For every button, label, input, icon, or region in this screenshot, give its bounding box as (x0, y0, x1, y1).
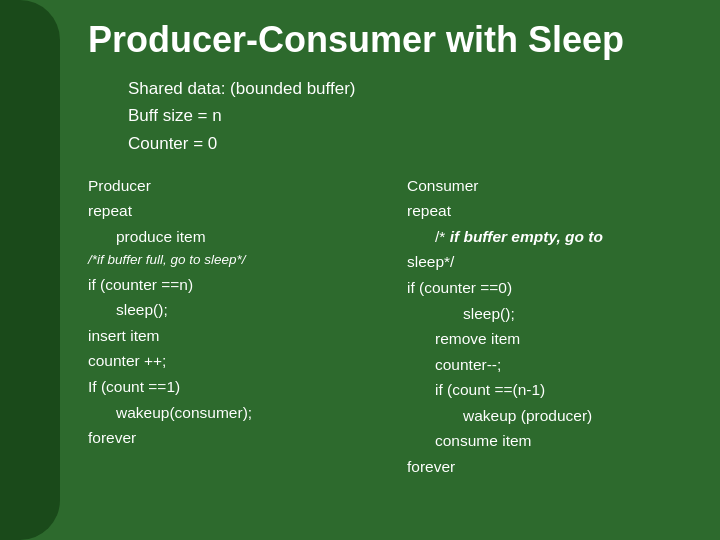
producer-insert: insert item (88, 323, 377, 349)
consumer-if1: if (counter ==0) (407, 275, 696, 301)
consumer-if2: if (count ==(n-1) (435, 377, 696, 403)
consumer-repeat: repeat (407, 198, 696, 224)
left-decoration (0, 0, 60, 540)
shared-line2: Buff size = n (128, 102, 696, 129)
consumer-wakeup: wakeup (producer) (463, 403, 696, 429)
slide-title: Producer-Consumer with Sleep (88, 18, 696, 61)
producer-comment: /*if buffer full, go to sleep*/ (88, 249, 377, 271)
producer-header: Producer (88, 173, 377, 199)
consumer-remove: remove item (435, 326, 696, 352)
shared-line3: Counter = 0 (128, 130, 696, 157)
producer-sleep1: sleep(); (116, 297, 377, 323)
consumer-counter-dec: counter--; (435, 352, 696, 378)
comment-bold: if buffer empty, go to (450, 228, 603, 245)
consumer-comment-post: sleep*/ (407, 249, 696, 275)
producer-repeat: repeat (88, 198, 377, 224)
producer-produce: produce item (116, 224, 377, 250)
consumer-comment: /* if buffer empty, go to (435, 224, 696, 250)
producer-wakeup: wakeup(consumer); (116, 400, 377, 426)
consumer-column: Consumer repeat /* if buffer empty, go t… (407, 173, 696, 480)
consumer-sleep1: sleep(); (463, 301, 696, 327)
slide-content: Producer-Consumer with Sleep Shared data… (60, 0, 720, 540)
producer-forever: forever (88, 425, 377, 451)
comment-prefix: /* (435, 228, 450, 245)
shared-data-block: Shared data: (bounded buffer) Buff size … (128, 75, 696, 157)
producer-counter-inc: counter ++; (88, 348, 377, 374)
consumer-consume: consume item (435, 428, 696, 454)
producer-if1: if (counter ==n) (88, 272, 377, 298)
consumer-forever: forever (407, 454, 696, 480)
shared-line1: Shared data: (bounded buffer) (128, 75, 696, 102)
producer-if2: If (count ==1) (88, 374, 377, 400)
consumer-header: Consumer (407, 173, 696, 199)
producer-column: Producer repeat produce item /*if buffer… (88, 173, 377, 480)
code-columns: Producer repeat produce item /*if buffer… (88, 173, 696, 480)
